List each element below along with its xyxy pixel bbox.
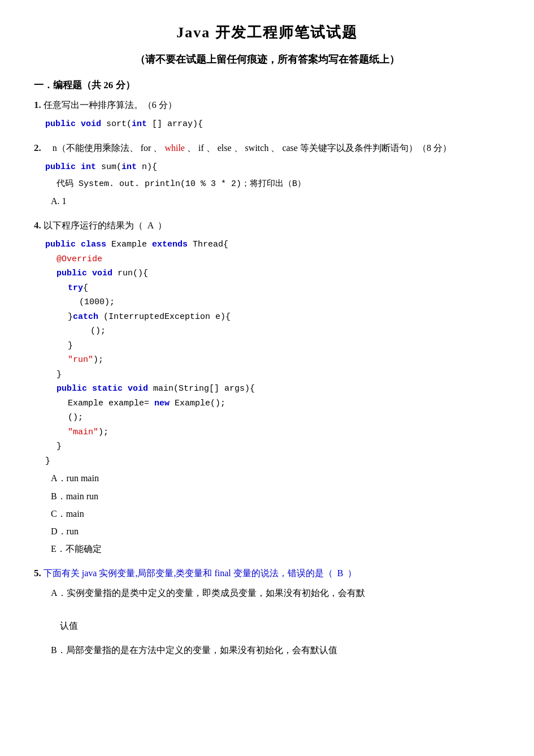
- q2-code2: 代码 System. out. println(10 % 3 * 2)；将打印出…: [57, 177, 500, 192]
- q4-optD: D．run: [51, 524, 500, 539]
- q2-code1: public int sum(int n){: [45, 160, 500, 175]
- question-4: 4. 以下程序运行的结果为（ A ） public class Example …: [34, 218, 500, 556]
- q4-optB: B．main run: [51, 489, 500, 504]
- subtitle: （请不要在试题上留任何痕迹，所有答案均写在答题纸上）: [34, 53, 500, 66]
- q1-number: 1.: [34, 100, 41, 110]
- question-5: 5. 下面有关 java 实例变量,局部变量,类变量和 final 变量的说法，…: [34, 565, 500, 658]
- page-title: Java 开发工程师笔试试题: [34, 23, 500, 42]
- q5-optB: B．局部变量指的是在方法中定义的变量，如果没有初始化，会有默认值: [51, 642, 500, 659]
- q5-optA: A．实例变量指的是类中定义的变量，即类成员变量，如果没有初始化，会有默 认值: [51, 585, 500, 634]
- q4-optC: C．main: [51, 506, 500, 521]
- q4-code-block: public class Example extends Thread{ @Ov…: [45, 237, 500, 468]
- q1-label: 任意写出一种排序算法。（6 分）: [44, 100, 177, 110]
- q4-optE: E．不能确定: [51, 541, 500, 556]
- q1-text: 1. 任意写出一种排序算法。（6 分）: [34, 97, 500, 114]
- q4-optA: A．run main: [51, 470, 500, 486]
- question-1: 1. 任意写出一种排序算法。（6 分） public void sort(int…: [34, 97, 500, 131]
- q5-number: 5.: [34, 568, 41, 578]
- q2-number: 2.: [34, 142, 41, 153]
- section1-header: 一．编程题（共 26 分）: [34, 79, 500, 92]
- question-2: 2. n（不能使用乘除法、 for 、 while 、 if 、 else 、 …: [34, 140, 500, 209]
- q5-text: 5. 下面有关 java 实例变量,局部变量,类变量和 final 变量的说法，…: [34, 565, 500, 582]
- q1-code: public void sort(int [] array){: [45, 117, 500, 132]
- q4-text: 4. 以下程序运行的结果为（ A ）: [34, 218, 500, 234]
- q2-text: 2. n（不能使用乘除法、 for 、 while 、 if 、 else 、 …: [34, 140, 500, 157]
- q4-number: 4.: [34, 220, 41, 231]
- q2-answer: A. 1: [51, 193, 500, 209]
